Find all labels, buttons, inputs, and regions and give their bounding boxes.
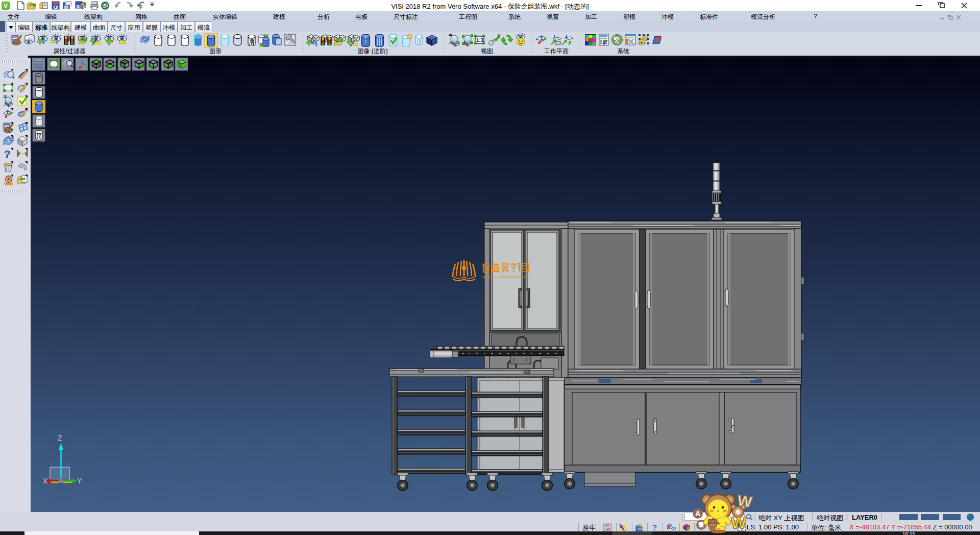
svg-text:Y: Y <box>77 477 82 485</box>
svg-text:1:1: 1:1 <box>476 37 484 43</box>
svg-text:?: ? <box>652 523 657 531</box>
svg-text:Z: Z <box>58 434 62 442</box>
svg-text:A: A <box>695 509 700 518</box>
svg-text:V: V <box>4 3 8 10</box>
svg-text:10: 10 <box>638 527 642 531</box>
svg-text:X: X <box>43 477 48 485</box>
svg-text:?: ? <box>4 149 10 160</box>
svg-text:INTELLIGENT MANUFACTURING DATA: INTELLIGENT MANUFACTURING DATA <box>482 275 529 278</box>
svg-text:W: W <box>731 514 747 532</box>
